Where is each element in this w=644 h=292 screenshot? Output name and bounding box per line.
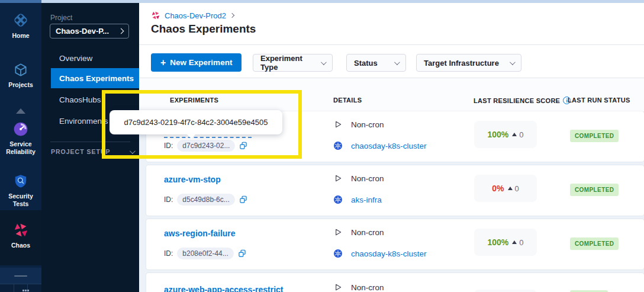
security-tests-icon bbox=[13, 174, 28, 189]
rail-item-chaos[interactable]: Chaos bbox=[0, 222, 41, 249]
rail-item-home[interactable]: Home bbox=[0, 12, 41, 40]
experiment-row-4[interactable]: azure-web-app-access-restrict Non-cron bbox=[146, 273, 644, 292]
column-header-experiments: EXPERIMENTS bbox=[170, 97, 218, 104]
project-selector-value: Chaos-Dev-P... bbox=[56, 27, 109, 36]
breadcrumb-project-link[interactable]: Chaos-Dev-Prod2 bbox=[165, 11, 226, 20]
delta-up-icon bbox=[512, 133, 517, 136]
delta-value: 0 bbox=[519, 238, 523, 247]
chevron-down-icon bbox=[510, 59, 516, 65]
kubernetes-icon bbox=[333, 195, 343, 204]
chaos-breadcrumb-icon bbox=[151, 11, 160, 20]
resilience-score-box bbox=[474, 290, 537, 292]
kubernetes-icon bbox=[333, 141, 343, 150]
page-title: Chaos Experiments bbox=[151, 23, 256, 36]
projects-icon bbox=[13, 62, 28, 78]
rail-label-service-reliability: Service Reliability bbox=[4, 140, 37, 156]
experiment-id: ID: b208e0f2-44... bbox=[164, 248, 246, 259]
rail-scroll-up-icon[interactable] bbox=[16, 108, 25, 114]
tooltip-text: d7c9d243-0219-4f7c-84c2-3004e59e4505 bbox=[124, 118, 268, 127]
rail-item-projects[interactable]: Projects bbox=[0, 62, 41, 89]
schedule-type: Non-cron bbox=[351, 283, 384, 292]
project-label: Project bbox=[50, 14, 72, 22]
delta-value: 0 bbox=[515, 184, 519, 193]
experiment-name-link[interactable]: azure-web-app-access-restrict bbox=[164, 285, 284, 292]
experiment-row-3[interactable]: aws-region-failure ID: b208e0f2-44... No… bbox=[146, 219, 644, 269]
filter-label: Status bbox=[354, 59, 378, 68]
copy-icon[interactable] bbox=[239, 195, 247, 204]
score-value: 100% bbox=[487, 130, 508, 139]
status-badge: COMPLETED bbox=[570, 184, 619, 196]
service-reliability-icon bbox=[13, 121, 28, 137]
schedule-type: Non-cron bbox=[351, 228, 384, 237]
score-value: 100% bbox=[487, 238, 508, 247]
experiment-name-link[interactable]: azure-vm-stop bbox=[164, 175, 221, 184]
id-value-pill: d7c9d243-02... bbox=[177, 140, 235, 152]
filter-status[interactable]: Status bbox=[346, 54, 406, 72]
delta-value: 0 bbox=[519, 130, 523, 139]
column-header-score: LAST RESILIENCE SCORE i bbox=[474, 97, 571, 104]
rail-bottom-cell-right[interactable] bbox=[28, 284, 41, 292]
sidebar-item-overview[interactable]: Overview bbox=[51, 48, 139, 68]
nav-label: ChaosHubs bbox=[59, 95, 101, 104]
status-badge: COMPLETED bbox=[570, 130, 619, 142]
resilience-score-box: 100% 0 bbox=[474, 229, 537, 256]
chevron-down-icon bbox=[321, 59, 327, 65]
project-selector[interactable]: Chaos-Dev-P... bbox=[50, 24, 129, 38]
experiment-name-link[interactable]: aws-region-failure bbox=[164, 229, 236, 238]
rail-bottom-bar bbox=[0, 284, 41, 292]
project-sidebar: Project Chaos-Dev-P... Overview Chaos Ex… bbox=[41, 3, 139, 292]
chevron-down-icon bbox=[394, 59, 400, 65]
rail-bottom-cell-apps[interactable] bbox=[14, 284, 28, 292]
column-header-status: LAST RUN STATUS bbox=[568, 97, 630, 104]
plus-icon: + bbox=[160, 58, 166, 68]
id-value-pill: d5c49d8b-6c... bbox=[177, 194, 234, 206]
chaos-icon bbox=[13, 222, 29, 238]
sidebar-item-chaoshubs[interactable]: ChaosHubs bbox=[51, 89, 139, 110]
rail-item-service-reliability[interactable]: Service Reliability bbox=[0, 121, 41, 156]
panel-divider bbox=[50, 142, 130, 142]
rail-label-security-tests: Security Tests bbox=[0, 192, 41, 208]
chevron-right-icon bbox=[118, 28, 124, 34]
kubernetes-icon bbox=[333, 249, 343, 258]
delta-up-icon bbox=[512, 240, 517, 244]
chevron-down-icon bbox=[130, 148, 136, 154]
experiment-row-2[interactable]: azure-vm-stop ID: d5c49d8b-6c... Non-cro… bbox=[146, 165, 644, 216]
schedule-type: Non-cron bbox=[351, 120, 384, 129]
rail-label-home: Home bbox=[12, 32, 29, 40]
copy-icon[interactable] bbox=[239, 142, 247, 150]
score-value: 0% bbox=[492, 184, 504, 193]
tooltip-caret bbox=[186, 134, 196, 139]
filter-target-infrastructure[interactable]: Target Infrastructure bbox=[416, 54, 521, 72]
rail-label-projects: Projects bbox=[8, 81, 33, 89]
header-divider bbox=[139, 44, 644, 45]
project-setup-label: PROJECT SETUP bbox=[51, 148, 111, 155]
rail-bottom-cell-left[interactable] bbox=[0, 284, 14, 292]
filter-label: Target Infrastructure bbox=[424, 59, 499, 68]
app-window: Home Projects Service Reliability bbox=[0, 0, 644, 292]
copy-icon[interactable] bbox=[238, 249, 246, 258]
filter-experiment-type[interactable]: Experiment Type bbox=[253, 54, 333, 72]
home-icon bbox=[12, 12, 29, 28]
play-icon bbox=[333, 174, 343, 183]
app-grid-icon bbox=[22, 290, 24, 291]
infrastructure-link[interactable]: aks-infra bbox=[351, 195, 382, 204]
id-tooltip: d7c9d243-0219-4f7c-84c2-3004e59e4505 bbox=[110, 110, 282, 134]
rail-label-chaos: Chaos bbox=[11, 242, 30, 249]
id-value-pill: b208e0f2-44... bbox=[177, 248, 233, 259]
experiment-id: ID: d7c9d243-02... bbox=[164, 140, 247, 152]
column-header-details: DETAILS bbox=[333, 97, 362, 104]
nav-label: Overview bbox=[59, 54, 92, 63]
rail-item-security-tests[interactable]: Security Tests bbox=[0, 174, 41, 208]
new-experiment-button[interactable]: + New Experiment bbox=[151, 53, 242, 72]
infrastructure-link[interactable]: chaosday-k8s-cluster bbox=[351, 142, 427, 150]
breadcrumb: Chaos-Dev-Prod2 bbox=[151, 11, 234, 20]
sidebar-item-chaos-experiments[interactable]: Chaos Experiments bbox=[51, 68, 139, 88]
project-setup-toggle[interactable]: PROJECT SETUP bbox=[51, 148, 134, 155]
id-label: ID: bbox=[164, 142, 173, 150]
filter-label: Experiment Type bbox=[260, 54, 321, 72]
obscured-experiment-name bbox=[164, 137, 252, 138]
experiment-id: ID: d5c49d8b-6c... bbox=[164, 194, 247, 206]
infrastructure-link[interactable]: chaosday-k8s-cluster bbox=[351, 249, 427, 258]
rail-collapse-block[interactable] bbox=[0, 268, 41, 284]
new-experiment-label: New Experiment bbox=[170, 58, 232, 67]
